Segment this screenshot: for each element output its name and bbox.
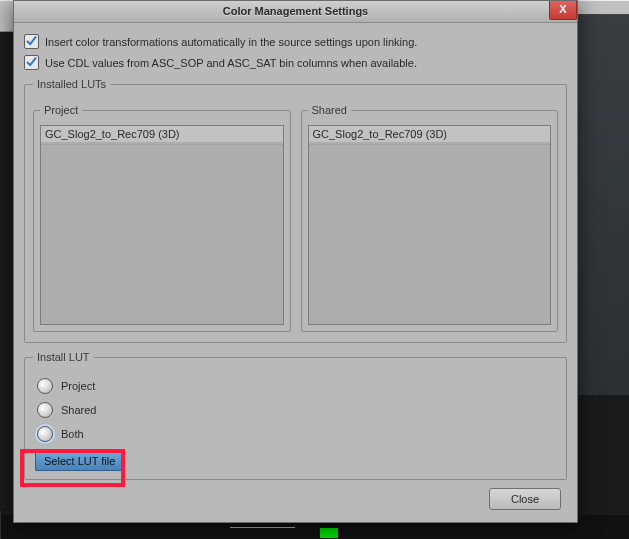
- radio-both[interactable]: [37, 426, 53, 442]
- close-icon: X: [559, 3, 566, 15]
- titlebar[interactable]: Color Management Settings X: [14, 1, 577, 23]
- install-lut-legend: Install LUT: [33, 351, 94, 363]
- window-close-button[interactable]: X: [549, 1, 577, 20]
- project-luts-listbox[interactable]: GC_Slog2_to_Rec709 (3D): [40, 125, 284, 325]
- list-item[interactable]: GC_Slog2_to_Rec709 (3D): [309, 126, 551, 142]
- check-icon: [25, 55, 38, 68]
- project-luts-legend: Project: [40, 104, 82, 116]
- dialog-footer: Close: [24, 488, 567, 510]
- radio-row-project[interactable]: Project: [37, 378, 558, 394]
- checkbox-label: Use CDL values from ASC_SOP and ASC_SAT …: [45, 57, 417, 69]
- installed-luts-fieldset: Installed LUTs Project GC_Slog2_to_Rec70…: [24, 78, 567, 343]
- checkbox-use-cdl[interactable]: [24, 55, 39, 70]
- radio-label: Project: [61, 380, 95, 392]
- radio-row-shared[interactable]: Shared: [37, 402, 558, 418]
- radio-label: Both: [61, 428, 84, 440]
- dialog-title: Color Management Settings: [14, 1, 577, 22]
- checkbox-insert-transforms[interactable]: [24, 34, 39, 49]
- project-luts-fieldset: Project GC_Slog2_to_Rec709 (3D): [33, 104, 291, 332]
- list-item[interactable]: GC_Slog2_to_Rec709 (3D): [41, 126, 283, 142]
- shared-luts-legend: Shared: [308, 104, 351, 116]
- timeline-orange-segment: [230, 527, 295, 528]
- background-preview-panel: [577, 14, 629, 395]
- checkbox-label: Insert color transformations automatical…: [45, 36, 417, 48]
- radio-label: Shared: [61, 404, 96, 416]
- shared-luts-listbox[interactable]: GC_Slog2_to_Rec709 (3D): [308, 125, 552, 325]
- color-management-settings-dialog: Color Management Settings X Insert color…: [13, 0, 578, 523]
- shared-luts-fieldset: Shared GC_Slog2_to_Rec709 (3D): [301, 104, 559, 332]
- close-button[interactable]: Close: [489, 488, 561, 510]
- checkbox-row-use-cdl[interactable]: Use CDL values from ASC_SOP and ASC_SAT …: [24, 55, 567, 70]
- radio-shared[interactable]: [37, 402, 53, 418]
- installed-luts-legend: Installed LUTs: [33, 78, 110, 90]
- bg-vstripe: [0, 511, 1, 539]
- radio-row-both[interactable]: Both: [37, 426, 558, 442]
- checkbox-row-insert-transforms[interactable]: Insert color transformations automatical…: [24, 34, 567, 49]
- select-lut-file-button[interactable]: Select LUT file: [35, 451, 124, 471]
- install-lut-fieldset: Install LUT Project Shared Both Select L…: [24, 351, 567, 480]
- check-icon: [25, 34, 38, 47]
- timeline-green-marker: [320, 528, 338, 538]
- radio-project[interactable]: [37, 378, 53, 394]
